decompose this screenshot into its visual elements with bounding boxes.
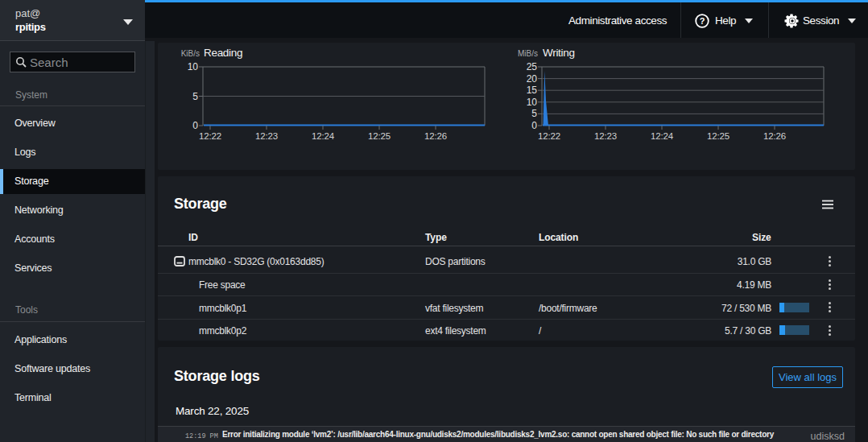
svg-text:20: 20 xyxy=(527,73,538,85)
svg-text:12:22: 12:22 xyxy=(538,131,560,141)
svg-text:12:24: 12:24 xyxy=(312,131,335,141)
svg-text:0: 0 xyxy=(531,120,537,131)
svg-text:12:26: 12:26 xyxy=(424,131,447,141)
svg-text:10: 10 xyxy=(188,61,199,72)
svg-text:Writing: Writing xyxy=(543,47,575,59)
svg-text:12:25: 12:25 xyxy=(368,131,391,141)
svg-text:?: ? xyxy=(700,16,705,26)
svg-text:12:23: 12:23 xyxy=(594,131,617,141)
svg-text:15: 15 xyxy=(527,85,538,96)
svg-text:12:24: 12:24 xyxy=(651,131,674,141)
svg-text:0: 0 xyxy=(192,120,198,131)
svg-text:10: 10 xyxy=(527,97,538,108)
svg-text:Reading: Reading xyxy=(204,47,242,59)
svg-text:KiB/s: KiB/s xyxy=(181,49,200,58)
svg-text:MiB/s: MiB/s xyxy=(518,49,538,58)
svg-text:5: 5 xyxy=(531,108,537,119)
svg-text:25: 25 xyxy=(527,61,538,72)
svg-text:12:22: 12:22 xyxy=(199,131,221,141)
svg-text:12:25: 12:25 xyxy=(707,131,730,141)
svg-text:5: 5 xyxy=(192,91,198,102)
svg-text:12:26: 12:26 xyxy=(763,131,786,141)
svg-text:12:23: 12:23 xyxy=(255,131,278,141)
